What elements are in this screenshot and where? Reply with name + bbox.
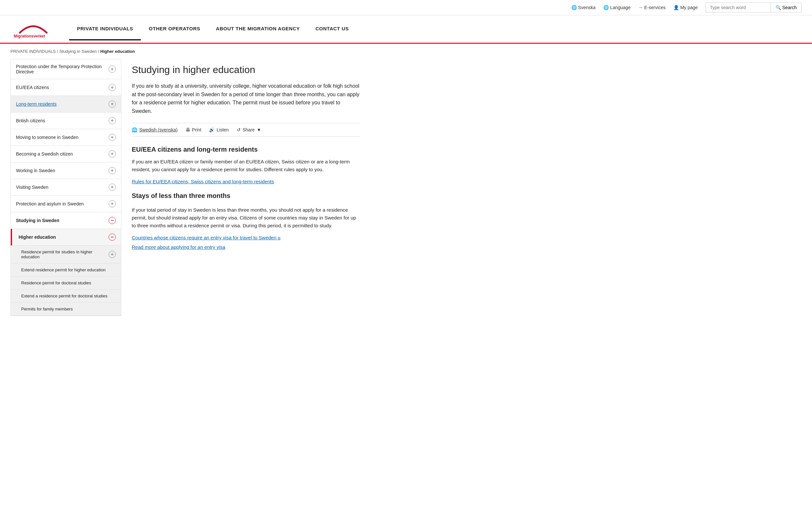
share-button[interactable]: ↺ Share ▼: [237, 127, 261, 133]
expand-icon-protection-asylum: +: [109, 200, 116, 207]
entry-visa-read-more-link[interactable]: Read more about applying for an entry vi…: [132, 244, 360, 250]
entry-visa-countries-link[interactable]: Countries whose citizens require an entr…: [132, 235, 360, 240]
sidebar-item-visiting[interactable]: Visiting Sweden +: [11, 179, 121, 196]
logo-svg: Migrationsverket: [10, 19, 56, 39]
expand-icon-visiting: +: [109, 183, 116, 191]
sidebar-item-extend-doctoral[interactable]: Extend a residence permit for doctoral s…: [11, 290, 121, 303]
breadcrumb-private[interactable]: PRIVATE INDIVIDUALS: [10, 49, 56, 54]
intro-text: If you are to study at a university, uni…: [132, 82, 360, 115]
content: Studying in higher education If you are …: [132, 59, 360, 259]
expand-icon-higher-education: −: [109, 233, 116, 241]
expand-icon-long-term: +: [109, 101, 116, 108]
sidebar-item-long-term[interactable]: Long-term residents +: [11, 96, 121, 113]
eu-rules-link[interactable]: Rules for EU/EEA citizens, Swiss citizen…: [132, 179, 360, 184]
nav-contact[interactable]: CONTACT US: [308, 18, 356, 40]
search-icon: 🔍: [776, 5, 781, 10]
breadcrumb: PRIVATE INDIVIDUALS / Studying in Sweden…: [0, 44, 812, 59]
page-title: Studying in higher education: [132, 64, 360, 75]
nav-other-operators[interactable]: OTHER OPERATORS: [141, 18, 208, 40]
globe-icon: 🌐: [571, 5, 577, 10]
breadcrumb-current: Higher education: [100, 49, 135, 54]
sidebar-item-studying[interactable]: Studying in Sweden −: [11, 212, 121, 229]
listen-button[interactable]: 🔊 Listen: [209, 127, 229, 133]
expand-icon-moving: +: [109, 134, 116, 141]
expand-icon-becoming: +: [109, 150, 116, 158]
external-link-icon: ⧉: [278, 236, 281, 240]
logo[interactable]: Migrationsverket: [10, 15, 56, 43]
search-bar: 🔍 Search: [706, 3, 802, 12]
sidebar-item-higher-education[interactable]: Higher education −: [11, 229, 121, 246]
eu-section-text: If you are an EU/EEA citizen or family m…: [132, 158, 360, 173]
chevron-down-icon: ▼: [257, 127, 261, 133]
sidebar-item-extend-higher[interactable]: Extend residence permit for higher educa…: [11, 263, 121, 277]
speaker-icon: 🔊: [209, 127, 214, 133]
nav-about[interactable]: ABOUT THE MIGRATION AGENCY: [208, 18, 308, 40]
long-term-link[interactable]: Long-term residents: [16, 102, 57, 107]
sidebar-item-residence-doctoral[interactable]: Residence permit for doctoral studies: [11, 277, 121, 290]
sidebar-item-protection-asylum[interactable]: Protection and asylum in Sweden +: [11, 196, 121, 212]
eu-section-title: EU/EEA citizens and long-term residents: [132, 146, 360, 153]
search-input[interactable]: [706, 3, 771, 12]
sidebar-item-working[interactable]: Working in Sweden +: [11, 163, 121, 179]
language-link[interactable]: 🌐 Language: [603, 5, 630, 10]
expand-icon-residence-higher: +: [109, 251, 116, 258]
print-button[interactable]: 🖶 Print: [185, 127, 202, 133]
globe-icon-toolbar: 🌐: [132, 127, 137, 133]
share-icon: ↺: [237, 127, 241, 133]
svg-text:Migrationsverket: Migrationsverket: [14, 34, 45, 38]
mypage-link[interactable]: 👤 My page: [673, 5, 698, 10]
main-nav: PRIVATE INDIVIDUALS OTHER OPERATORS ABOU…: [69, 18, 802, 40]
breadcrumb-studying[interactable]: Studying in Sweden: [59, 49, 97, 54]
sidebar-item-protection-temporary[interactable]: Protection under the Temporary Protectio…: [11, 59, 121, 79]
sidebar-item-family-members[interactable]: Permits for family members: [11, 303, 121, 316]
top-bar: 🌐 Svenska 🌐 Language → E-services 👤 My p…: [0, 0, 812, 15]
sidebar-item-residence-higher[interactable]: Residence permit for studies in higher e…: [11, 246, 121, 263]
expand-icon-eu-eea: +: [109, 84, 116, 91]
content-toolbar: 🌐 Swedish (svenska) 🖶 Print 🔊 Listen ↺ S…: [132, 123, 360, 137]
expand-icon-british: +: [109, 117, 116, 124]
expand-icon-protection-temporary: +: [109, 65, 116, 73]
sidebar-item-becoming[interactable]: Becoming a Swedish citizen +: [11, 146, 121, 163]
expand-icon-working: +: [109, 167, 116, 174]
main-layout: Protection under the Temporary Protectio…: [0, 59, 812, 316]
svenska-link[interactable]: 🌐 Svenska: [571, 5, 596, 10]
language-button[interactable]: 🌐 Swedish (svenska): [132, 127, 178, 133]
expand-icon-studying: −: [109, 217, 116, 224]
print-icon: 🖶: [185, 127, 190, 133]
stays-section-text: If your total period of stay in Sweden i…: [132, 206, 360, 230]
nav-private-individuals[interactable]: PRIVATE INDIVIDUALS: [69, 18, 141, 40]
main-header: Migrationsverket PRIVATE INDIVIDUALS OTH…: [0, 15, 812, 44]
sidebar-item-british[interactable]: British citizens +: [11, 113, 121, 129]
search-button[interactable]: 🔍 Search: [771, 3, 802, 12]
stays-section-title: Stays of less than three months: [132, 192, 360, 200]
globe-icon-2: 🌐: [603, 5, 609, 10]
sidebar-item-eu-eea[interactable]: EU/EEA citizens +: [11, 79, 121, 96]
person-icon: 👤: [673, 5, 679, 10]
eservices-link[interactable]: → E-services: [639, 5, 666, 10]
arrow-icon: →: [639, 5, 643, 10]
sidebar: Protection under the Temporary Protectio…: [10, 59, 121, 316]
sidebar-item-moving[interactable]: Moving to someone in Sweden +: [11, 129, 121, 146]
